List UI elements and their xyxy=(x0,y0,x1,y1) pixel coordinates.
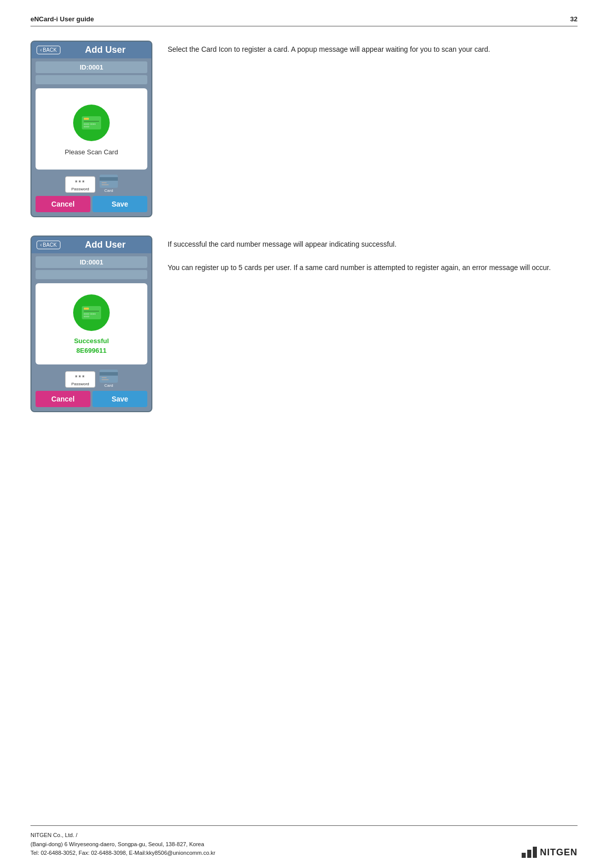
card-svg-1 xyxy=(100,175,118,188)
nitgen-logo-text: NITGEN xyxy=(540,847,578,858)
id-bar-2: ID:0001 xyxy=(36,256,147,268)
bar-3 xyxy=(533,847,537,858)
password-stars-1: *** xyxy=(75,179,85,186)
footer-text: NITGEN Co., Ltd. / (Bangi-dong) 6 Wiryes… xyxy=(30,831,215,858)
card-chip-2 xyxy=(84,308,89,310)
cancel-button-1[interactable]: Cancel xyxy=(36,196,90,212)
password-label-1: Password xyxy=(71,187,89,191)
description-2: If successful the card number message wi… xyxy=(168,236,578,274)
password-stars-2: *** xyxy=(75,374,85,381)
content-area: ‹ BACK Add User ID:0001 0000 0000 0000 xyxy=(30,41,578,795)
bottom-icons-row-2: *** Password Card xyxy=(36,370,147,388)
card-icon-circle-2: 0000 0000 0000 xyxy=(73,294,110,331)
save-button-1[interactable]: Save xyxy=(92,196,147,212)
card-area-1: 0000 0000 0000 Please Scan Card xyxy=(36,88,147,170)
password-box-2: *** Password xyxy=(65,371,95,388)
back-button-1[interactable]: ‹ BACK xyxy=(37,46,60,54)
bar-1 xyxy=(522,853,526,858)
save-button-2[interactable]: Save xyxy=(92,391,147,407)
password-label-2: Password xyxy=(71,382,89,386)
name-bar-2 xyxy=(36,270,147,279)
cancel-button-2[interactable]: Cancel xyxy=(36,391,90,407)
description-text-2b: You can register up to 5 cards per user.… xyxy=(168,263,551,272)
section-1-row: ‹ BACK Add User ID:0001 0000 0000 0000 xyxy=(30,41,578,217)
page-footer: NITGEN Co., Ltd. / (Bangi-dong) 6 Wiryes… xyxy=(30,825,578,858)
card-stripe-2 xyxy=(84,311,99,312)
card-icon-label-1: Card xyxy=(104,188,113,193)
password-box-1: *** Password xyxy=(65,176,95,193)
svg-rect-3 xyxy=(102,184,109,185)
success-line1: Successful xyxy=(74,337,109,345)
back-arrow-icon-2: ‹ xyxy=(40,242,42,248)
back-arrow-icon: ‹ xyxy=(40,47,42,53)
svg-rect-1 xyxy=(100,177,118,181)
page-header: eNCard-i User guide 32 xyxy=(30,15,578,26)
svg-rect-4 xyxy=(100,370,118,383)
svg-rect-0 xyxy=(100,175,118,188)
nitgen-bars-icon xyxy=(522,847,537,858)
name-bar-1 xyxy=(36,75,147,84)
id-bar-1: ID:0001 xyxy=(36,61,147,73)
footer-contact: Tel: 02-6488-3052, Fax: 02-6488-3098, E-… xyxy=(30,849,215,858)
back-label-2: BACK xyxy=(43,242,56,248)
card-text-1: 0000 0000 0000 xyxy=(84,123,99,128)
card-icon-box-2[interactable]: Card xyxy=(100,370,118,388)
phone-mockup-2: ‹ BACK Add User ID:0001 0000 0000 0000 xyxy=(30,236,152,412)
footer-logo: NITGEN xyxy=(522,847,578,858)
back-label-1: BACK xyxy=(43,47,56,53)
svg-rect-7 xyxy=(102,379,109,380)
page-title: eNCard-i User guide xyxy=(30,15,94,23)
footer-address: (Bangi-dong) 6 Wiryeseong-daero, Songpa-… xyxy=(30,840,215,849)
screen-title-2: Add User xyxy=(65,240,146,250)
card-icon-circle-1: 0000 0000 0000 xyxy=(73,105,110,141)
card-mini-2: 0000 0000 0000 xyxy=(82,306,101,319)
card-icon-box-1[interactable]: Card xyxy=(100,175,118,193)
action-buttons-1: Cancel Save xyxy=(36,196,147,212)
bottom-icons-row-1: *** Password Card xyxy=(36,175,147,193)
top-bar-1: ‹ BACK Add User xyxy=(31,42,151,58)
page-number: 32 xyxy=(570,15,578,23)
card-mini-1: 0000 0000 0000 xyxy=(82,116,101,129)
scan-message-1: Please Scan Card xyxy=(65,148,118,156)
card-icon-label-2: Card xyxy=(104,383,113,388)
section-2-row: ‹ BACK Add User ID:0001 0000 0000 0000 xyxy=(30,236,578,412)
bar-2 xyxy=(527,850,531,858)
svg-rect-6 xyxy=(102,377,107,378)
success-line2: 8E699611 xyxy=(76,347,106,354)
card-text-2: 0000 0000 0000 xyxy=(84,313,99,318)
top-bar-2: ‹ BACK Add User xyxy=(31,237,151,253)
card-stripe-1 xyxy=(84,121,99,122)
phone-mockup-1: ‹ BACK Add User ID:0001 0000 0000 0000 xyxy=(30,41,152,217)
svg-rect-2 xyxy=(102,182,107,183)
description-text-2a: If successful the card number message wi… xyxy=(168,240,397,248)
footer-company: NITGEN Co., Ltd. / xyxy=(30,831,215,840)
screen-title-1: Add User xyxy=(65,45,146,55)
description-text-1: Select the Card Icon to register a card.… xyxy=(168,45,490,53)
description-1: Select the Card Icon to register a card.… xyxy=(168,41,578,55)
back-button-2[interactable]: ‹ BACK xyxy=(37,241,60,249)
card-chip-1 xyxy=(84,118,89,120)
card-area-2: 0000 0000 0000 Successful 8E699611 xyxy=(36,283,147,364)
svg-rect-5 xyxy=(100,372,118,376)
card-svg-2 xyxy=(100,370,118,383)
action-buttons-2: Cancel Save xyxy=(36,391,147,407)
success-message-2: Successful 8E699611 xyxy=(74,336,109,356)
page-wrapper: eNCard-i User guide 32 ‹ BACK Add User I… xyxy=(0,0,608,868)
